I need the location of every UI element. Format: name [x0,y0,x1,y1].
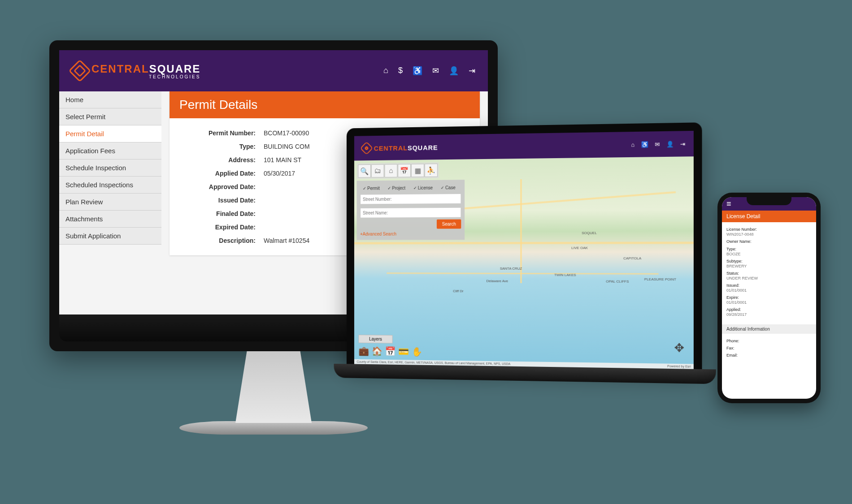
dollar-icon[interactable]: $ [398,66,403,76]
label-status: Status: [726,271,739,276]
sidebar-item-home[interactable]: Home [59,91,161,108]
accessibility-icon[interactable]: ♿ [413,66,422,76]
label-approved: Approved Date: [187,183,264,190]
val-expire: 01/01/0001 [726,300,812,305]
val-ph-issued: 01/01/0001 [726,288,812,293]
val-description: Walmart #10254 [264,237,309,244]
label-ph-type: Type: [726,247,736,251]
app-header: CENTRALSQUARE TECHNOLOGIES ⌂ $ ♿ ✉ 👤 ⇥ [59,50,488,91]
val-status: UNDER REVIEW [726,276,812,280]
house-icon[interactable]: 🏠 [372,346,383,357]
map-label-oc: OPAL CLIFFS [606,280,629,284]
label-license-no: License Number: [726,227,757,232]
map-label-lo: LIVE OAK [571,246,588,250]
briefcase-icon[interactable]: 💼 [358,346,369,357]
map-provider: Powered by Esri [667,365,691,368]
label-ph-issued: Issued: [726,283,739,288]
compass-icon[interactable]: ✥ [674,341,684,355]
street-name-input[interactable] [360,207,461,218]
accessibility-icon[interactable]: ♿ [641,141,648,147]
legend-icons: 💼 🏠 📅 💳 ✋ [358,346,422,357]
brand-sub: TECHNOLOGIES [91,74,200,79]
label-address: Address: [187,156,264,164]
card-icon[interactable]: 💳 [398,346,409,357]
search-icon[interactable]: 🔍 [358,164,371,178]
briefcase-icon[interactable]: 🗂 [371,164,384,178]
menu-icon[interactable]: ≡ [726,199,731,209]
label-ph-applied: Applied: [726,307,741,312]
logo-icon [69,60,91,82]
map[interactable]: SANTA CRUZ SOQUEL CAPITOLA TWIN LAKES OP… [354,156,694,369]
mail-icon[interactable]: ✉ [655,141,660,147]
user-icon[interactable]: 👤 [666,141,674,148]
phone-section-title: License Detail [722,211,816,222]
val-license-no: WIN2017-0048 [726,232,812,237]
sidebar-item-submit[interactable]: Submit Application [59,228,161,245]
label-expired: Expired Date: [187,224,264,231]
home-icon[interactable]: ⌂ [631,141,635,148]
logo: CENTRALSQUARE TECHNOLOGIES [72,63,200,79]
user-icon[interactable]: 👤 [449,66,459,76]
hand-icon[interactable]: ✋ [412,346,422,357]
map-label-tl: TWIN LAKES [554,273,576,277]
search-button[interactable]: Search [437,220,461,229]
phone-notch [747,197,791,205]
logo-icon [360,142,374,155]
sidebar-item-fees[interactable]: Application Fees [59,142,161,159]
sidebar-item-scheduled[interactable]: Scheduled Inspections [59,177,161,194]
map-label-pl: PLEASURE POINT [644,277,676,281]
label-fax: Fax: [726,346,735,350]
map-label-sc: SANTA CRUZ [500,267,522,271]
grid-icon[interactable]: ▦ [411,164,424,177]
brand-part1: CENTRAL [91,63,149,75]
label-issued: Issued Date: [187,197,264,204]
brand-part2: SQUARE [149,63,201,75]
label-type: Type: [187,143,264,150]
val-permit-number: BCOM17-00090 [264,129,309,137]
val-applied: 05/30/2017 [264,170,295,177]
label-permit-number: Permit Number: [187,129,264,137]
panel-title: Permit Details [170,91,480,118]
additional-info-header: Additional Information [722,324,816,334]
map-label-sq: SOQUEL [582,231,597,235]
sidebar-item-permit-detail[interactable]: Permit Detail [59,125,161,142]
val-subtype: BREWERY [726,264,812,268]
tab-license[interactable]: License [413,185,433,190]
laptop: CENTRALSQUARE ⌂ ♿ ✉ 👤 ⇥ SANTA CRUZ [347,122,702,384]
label-description: Description: [187,237,264,244]
person-icon[interactable]: ⛹ [425,164,438,177]
sidebar-item-plan[interactable]: Plan Review [59,194,161,211]
label-expire: Expire: [726,295,739,300]
laptop-header: CENTRALSQUARE ⌂ ♿ ✉ 👤 ⇥ [354,131,694,161]
label-owner: Owner Name: [726,239,752,244]
sidebar-item-select-permit[interactable]: Select Permit [59,108,161,125]
map-label-cb: Cliff Dr [453,289,464,293]
calendar-icon[interactable]: 📅 [398,164,411,177]
label-email: Email: [726,353,738,358]
calendar-icon[interactable]: 📅 [385,346,396,357]
label-subtype: Subtype: [726,259,743,263]
advanced-search-link[interactable]: +Advanced Search [360,228,461,236]
val-ph-type: BOOZE [726,252,812,256]
tab-case[interactable]: Case [440,185,455,190]
mail-icon[interactable]: ✉ [432,66,439,76]
val-address: 101 MAIN ST [264,156,301,164]
label-applied: Applied Date: [187,170,264,177]
home-icon[interactable]: ⌂ [383,66,388,76]
logout-icon[interactable]: ⇥ [469,66,475,76]
label-finaled: Finaled Date: [187,210,264,217]
tab-project[interactable]: Project [387,185,405,190]
layers-button[interactable]: Layers [358,335,392,344]
sidebar-item-schedule[interactable]: Schedule Inspection [59,159,161,177]
val-ph-applied: 09/28/2017 [726,312,812,317]
logout-icon[interactable]: ⇥ [680,140,685,147]
sidebar-item-attachments[interactable]: Attachments [59,211,161,228]
search-panel: Permit Project License Case Search +Adva… [357,180,465,240]
tab-permit[interactable]: Permit [363,186,380,191]
street-number-input[interactable] [360,194,461,204]
sidebar: Home Select Permit Permit Detail Applica… [59,91,161,314]
map-label-del: Delaware Ave [487,279,508,283]
label-phone: Phone: [726,339,739,343]
house-icon[interactable]: ⌂ [384,164,397,177]
map-label-cap: CAPITOLA [623,256,641,260]
